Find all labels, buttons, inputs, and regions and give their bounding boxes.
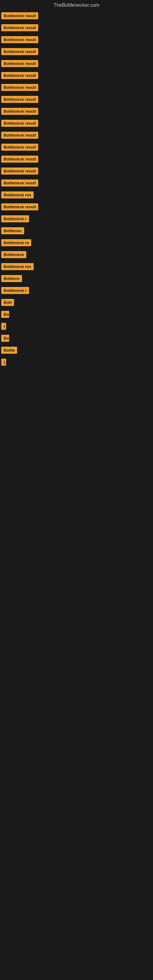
- list-item: Bottleneck re: [0, 237, 153, 249]
- list-item: Bottleneck result: [0, 118, 153, 130]
- bottleneck-badge[interactable]: Bottleneck result: [1, 48, 38, 55]
- list-item: |: [0, 357, 153, 369]
- bottleneck-badge[interactable]: Bottleneck result: [1, 132, 38, 139]
- list-item: Bottleneck result: [0, 10, 153, 22]
- list-item: Bottleneck result: [0, 154, 153, 166]
- bottleneck-badge[interactable]: Bottle: [1, 347, 17, 354]
- site-title: TheBottlenecker.com: [0, 0, 153, 10]
- bottleneck-badge[interactable]: |: [1, 359, 6, 366]
- bottleneck-badge[interactable]: Bottleneck result: [1, 60, 38, 67]
- list-item: Bottleneck result: [0, 46, 153, 58]
- bottleneck-badge[interactable]: Bottleneck: [1, 251, 26, 258]
- list-item: Bottleneck res: [0, 189, 153, 202]
- list-item: Bott: [0, 297, 153, 309]
- bottleneck-badge[interactable]: Bo: [1, 311, 9, 318]
- list-item: Bottleneck result: [0, 142, 153, 154]
- bottleneck-badge[interactable]: Bottleneck res: [1, 263, 33, 270]
- list-item: Bottleneck result: [0, 130, 153, 142]
- bottleneck-badge[interactable]: Bottleneck result: [1, 24, 38, 31]
- bottleneck-badge[interactable]: Bottleneck result: [1, 84, 38, 91]
- list-item: Bottleneck result: [0, 166, 153, 178]
- list-item: Bottleneck result: [0, 94, 153, 106]
- list-item: Bottleneck r: [0, 285, 153, 297]
- bottleneck-badge[interactable]: Bottlenec: [1, 227, 24, 234]
- bottleneck-badge[interactable]: Bottleneck result: [1, 204, 38, 210]
- list-item: Bottlene: [0, 273, 153, 285]
- bottleneck-badge[interactable]: Bottleneck result: [1, 36, 38, 43]
- list-item: Bottleneck r: [0, 213, 153, 225]
- bottleneck-badge[interactable]: Bottlene: [1, 275, 22, 282]
- bottleneck-badge[interactable]: Bottleneck r: [1, 215, 29, 222]
- bottleneck-badge[interactable]: Bottleneck result: [1, 120, 38, 127]
- list-item: Bottleneck result: [0, 82, 153, 94]
- bottleneck-badge[interactable]: Bottleneck re: [1, 239, 31, 246]
- bottleneck-badge[interactable]: Bottleneck result: [1, 156, 38, 162]
- bottleneck-badge[interactable]: Bottleneck result: [1, 108, 38, 115]
- bottleneck-badge[interactable]: Bottleneck result: [1, 180, 38, 186]
- list-item: Bottleneck result: [0, 22, 153, 34]
- bottleneck-badge[interactable]: Bottleneck result: [1, 96, 38, 103]
- list-item: Bottleneck res: [0, 261, 153, 273]
- bottleneck-badge[interactable]: Bottleneck r: [1, 287, 29, 294]
- bottleneck-badge[interactable]: Bottleneck result: [1, 167, 38, 175]
- bottleneck-badge[interactable]: Bottleneck result: [1, 12, 38, 19]
- list-item: Bottleneck result: [0, 70, 153, 82]
- bottleneck-badge[interactable]: Bo: [1, 335, 9, 342]
- list-item: Bottleneck result: [0, 106, 153, 118]
- list-item: Bottleneck: [0, 249, 153, 261]
- bottleneck-badge[interactable]: |: [1, 323, 6, 330]
- list-item: Bottleneck result: [0, 202, 153, 213]
- list-item: |: [0, 321, 153, 333]
- list-item: Bo: [0, 333, 153, 345]
- list-item: Bo: [0, 309, 153, 321]
- bottleneck-badge[interactable]: Bottleneck result: [1, 144, 38, 151]
- list-item: Bottleneck result: [0, 58, 153, 70]
- bottleneck-badge[interactable]: Bott: [1, 299, 14, 306]
- bottleneck-badge[interactable]: Bottleneck result: [1, 72, 38, 79]
- list-item: Bottle: [0, 345, 153, 357]
- list-item: Bottleneck result: [0, 178, 153, 189]
- bottleneck-badge[interactable]: Bottleneck res: [1, 191, 33, 199]
- list-item: Bottleneck result: [0, 34, 153, 46]
- list-item: Bottlenec: [0, 225, 153, 237]
